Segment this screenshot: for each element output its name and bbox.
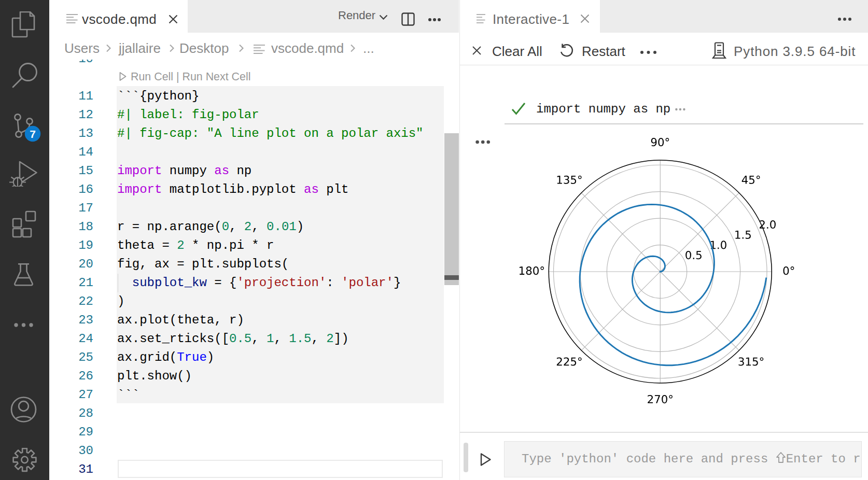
svg-text:7: 7 bbox=[30, 128, 36, 140]
